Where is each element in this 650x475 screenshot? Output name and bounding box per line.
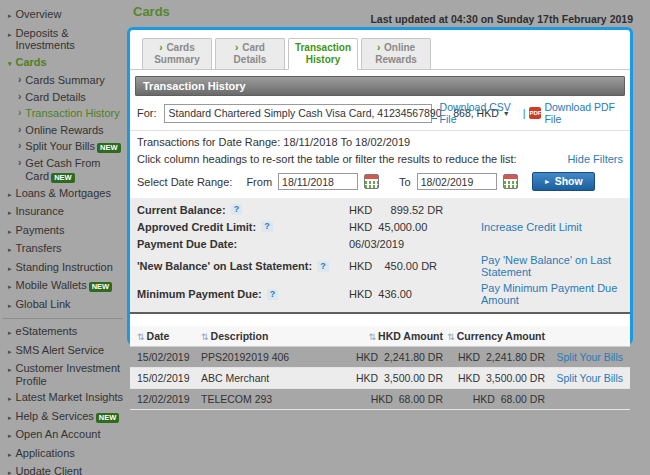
- from-date-input[interactable]: [278, 173, 358, 190]
- transaction-history-panel: › Cards Summary› Card DetailsTransaction…: [127, 27, 633, 345]
- download-icon: ↓: [432, 108, 437, 119]
- sidebar-item-open-an-account[interactable]: ▸Open An Account: [0, 426, 127, 445]
- column-header-currency-amount[interactable]: ⇅Currency Amount: [443, 330, 545, 342]
- sidebar-item-mobile-wallets[interactable]: ▸Mobile WalletsNEW: [0, 277, 127, 296]
- panel-header: Transaction History: [135, 76, 625, 96]
- download-csv-label: Download CSV File: [440, 101, 519, 125]
- sidebar-item-label: Online Rewards: [25, 124, 103, 137]
- transactions-table: 15/02/2019PPS20192019 406HKD 2,241.80 DR…: [130, 347, 630, 410]
- cell-currency-amount: HKD 68.00 DR: [443, 393, 545, 405]
- sort-icon: ⇅: [369, 332, 377, 342]
- sidebar-item-loans-mortgages[interactable]: ▸Loans & Mortgages: [0, 185, 127, 204]
- sidebar-item-card-details[interactable]: ›Card Details: [0, 89, 127, 106]
- sidebar-item-cards-summary[interactable]: ›Cards Summary: [0, 72, 127, 89]
- help-icon[interactable]: ?: [231, 204, 243, 215]
- sub-chevron-icon: ›: [18, 157, 21, 168]
- split-your-bills-link[interactable]: Split Your Bills: [556, 372, 623, 384]
- chevron-right-icon: ›: [159, 42, 162, 53]
- cell-action: Split Your Bills: [545, 372, 623, 384]
- chevron-right-icon: ▸: [8, 344, 12, 359]
- show-button[interactable]: ► Show: [532, 172, 595, 191]
- summary-row-approved-credit-limit: Approved Credit Limit:?HKD 45,000.00Incr…: [130, 218, 630, 235]
- sidebar-item-applications[interactable]: ▸Applications: [0, 445, 127, 464]
- help-icon[interactable]: ?: [317, 261, 329, 272]
- sidebar-item-insurance[interactable]: ▸Insurance: [0, 203, 127, 222]
- chevron-right-icon: ▸: [8, 410, 12, 425]
- chevron-right-icon: ▸: [8, 362, 12, 377]
- sidebar-item-customer-investment-profile[interactable]: ▸Customer Investment Profile: [0, 360, 127, 389]
- help-icon[interactable]: ?: [261, 221, 273, 232]
- sidebar-item-global-link[interactable]: ▸Global Link: [0, 296, 127, 315]
- summary-value: HKD 450.00 DR: [349, 260, 481, 272]
- calendar-icon[interactable]: [364, 174, 379, 189]
- sidebar-item-label: eStatements: [16, 325, 78, 338]
- link-pay-minimum-payment-due-amount[interactable]: Pay Minimum Payment Due Amount: [481, 282, 623, 306]
- sidebar-item-label: Overview: [16, 8, 62, 21]
- tab-card-details[interactable]: › Card Details: [215, 38, 285, 69]
- chevron-down-icon: ▾: [8, 56, 12, 71]
- sidebar-item-update-client-information[interactable]: ▸Update Client Information: [0, 463, 127, 475]
- table-row: 12/02/2019TELECOM 293HKD 68.00 DRHKD 68.…: [130, 389, 630, 410]
- sidebar-item-help-services[interactable]: ▸Help & ServicesNEW: [0, 408, 127, 427]
- split-your-bills-link[interactable]: Split Your Bills: [556, 351, 623, 363]
- sidebar-item-get-cash-from-card[interactable]: ›Get Cash From CardNEW: [0, 155, 127, 185]
- link-pay-new-balance-on-last-statement[interactable]: Pay 'New Balance' on Last Statement: [481, 254, 623, 278]
- sidebar-item-transaction-history[interactable]: ›Transaction History: [0, 105, 127, 122]
- tab-label: › Online Rewards: [375, 42, 417, 65]
- tab-online-rewards[interactable]: › Online Rewards: [361, 38, 431, 69]
- calendar-icon[interactable]: [503, 174, 518, 189]
- cell-description: ABC Merchant: [201, 372, 341, 384]
- cell-currency-amount: HKD 3,500.00 DR: [443, 372, 545, 384]
- sidebar-item-standing-instruction[interactable]: ▸Standing Instruction: [0, 259, 127, 278]
- sidebar-item-cards[interactable]: ▾Cards: [0, 54, 127, 73]
- download-pdf-link[interactable]: PDF Download PDF File: [529, 101, 623, 125]
- column-header-date[interactable]: ⇅Date: [137, 330, 201, 342]
- new-badge: NEW: [51, 173, 75, 183]
- chevron-right-icon: ▸: [8, 8, 12, 23]
- tab-transaction-history[interactable]: Transaction History: [288, 38, 358, 70]
- sidebar-item-transfers[interactable]: ▸Transfers: [0, 240, 127, 259]
- table-row: 15/02/2019PPS20192019 406HKD 2,241.80 DR…: [130, 347, 630, 368]
- new-badge: NEW: [97, 143, 121, 153]
- hide-filters-link[interactable]: Hide Filters: [567, 153, 623, 165]
- download-csv-link[interactable]: ↓ Download CSV File: [432, 101, 519, 125]
- sidebar-item-label: SMS Alert Service: [16, 344, 105, 357]
- new-badge: NEW: [96, 413, 120, 423]
- chevron-right-icon: ▸: [8, 447, 12, 462]
- chevron-right-icon: ›: [235, 42, 238, 53]
- help-icon[interactable]: ?: [267, 289, 279, 300]
- chevron-right-icon: ▸: [8, 261, 12, 276]
- link-increase-credit-limit[interactable]: Increase Credit Limit: [481, 221, 623, 233]
- to-date-input[interactable]: [417, 173, 497, 190]
- chevron-right-icon: ▸: [8, 428, 12, 443]
- cell-hkd-amount: HKD 68.00 DR: [341, 393, 443, 405]
- card-select-dropdown[interactable]: Standard Chartered Simply Cash Visa Card…: [164, 104, 432, 123]
- sidebar-item-deposits-investments[interactable]: ▸Deposits & Investments: [0, 25, 127, 54]
- summary-label: 'New Balance' on Last Statement:?: [137, 260, 349, 272]
- cell-date: 15/02/2019: [137, 351, 201, 363]
- transactions-table-header: ⇅Date⇅Description⇅HKD Amount⇅Currency Am…: [130, 326, 630, 347]
- sidebar-item-overview[interactable]: ▸Overview: [0, 6, 127, 25]
- tab-label: Transaction History: [295, 42, 351, 65]
- summary-label: Approved Credit Limit:?: [137, 221, 349, 233]
- sidebar-item-split-your-bills[interactable]: ›Split Your BillsNEW: [0, 138, 127, 155]
- last-updated-text: Last updated at 04:30 on Sunday 17th Feb…: [370, 13, 633, 25]
- sidebar-item-label: Customer Investment Profile: [16, 362, 125, 387]
- sidebar-item-label: Cards: [16, 56, 47, 69]
- sidebar-item-online-rewards[interactable]: ›Online Rewards: [0, 122, 127, 139]
- summary-row-current-balance: Current Balance:?HKD 899.52 DR: [130, 201, 630, 218]
- sort-icon: ⇅: [201, 332, 209, 342]
- column-header-description[interactable]: ⇅Description: [201, 330, 341, 342]
- sidebar-item-sms-alert-service[interactable]: ▸SMS Alert Service: [0, 342, 127, 361]
- sidebar-item-payments[interactable]: ▸Payments: [0, 222, 127, 241]
- summary-row-minimum-payment-due: Minimum Payment Due:?HKD 436.00Pay Minim…: [130, 280, 630, 308]
- tab-cards-summary[interactable]: › Cards Summary: [142, 38, 212, 69]
- date-range-controls: Select Date Range: From To ► Show: [130, 169, 630, 198]
- sidebar-item-estatements[interactable]: ▸eStatements: [0, 323, 127, 342]
- for-label: For:: [137, 107, 157, 119]
- sidebar-item-latest-market-insights[interactable]: ▸Latest Market Insights: [0, 389, 127, 408]
- column-header-hkd-amount[interactable]: ⇅HKD Amount: [341, 330, 443, 342]
- cell-date: 12/02/2019: [137, 393, 201, 405]
- chevron-right-icon: ▸: [8, 27, 12, 42]
- cell-hkd-amount: HKD 3,500.00 DR: [341, 372, 443, 384]
